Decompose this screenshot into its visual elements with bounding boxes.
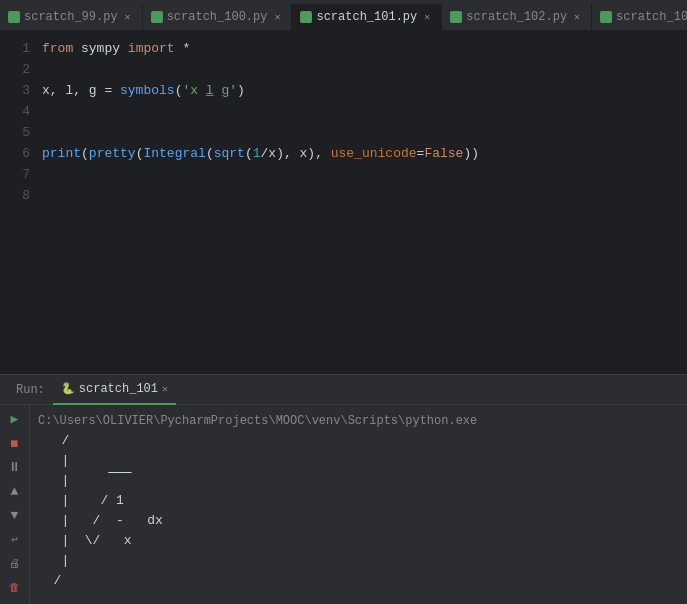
code-line-4 xyxy=(42,101,687,122)
tab-label: scratch_102.py xyxy=(466,10,567,24)
tab-scratch101[interactable]: scratch_101.py ✕ xyxy=(292,4,442,30)
code-line-1: from sympy import * xyxy=(42,38,687,59)
output-line-8: / xyxy=(38,571,679,591)
output-path: C:\Users\OLIVIER\PycharmProjects\MOOC\ve… xyxy=(38,411,679,431)
line-number: 4 xyxy=(0,101,30,122)
python-icon: 🐍 xyxy=(61,382,75,395)
code-line-3: x, l, g = symbols('x l g') xyxy=(42,80,687,101)
tab-label: scratch_101.py xyxy=(316,10,417,24)
pause-button[interactable]: ⏸ xyxy=(5,457,25,477)
tab-close[interactable]: ✕ xyxy=(122,11,134,23)
line-number: 8 xyxy=(0,185,30,206)
line-number: 3 xyxy=(0,80,30,101)
panel-tab-scratch101[interactable]: 🐍 scratch_101 ✕ xyxy=(53,375,176,405)
tab-scratch102[interactable]: scratch_102.py ✕ xyxy=(442,4,592,30)
panel-tab-label: scratch_101 xyxy=(79,382,158,396)
run-button[interactable]: ▶ xyxy=(5,409,25,429)
panel-body: ▶ ◼ ⏸ ▲ ▼ ↩ 🖨 🗑 C:\Users\OLIVIER\Pycharm… xyxy=(0,405,687,604)
panel-gutter: ▶ ◼ ⏸ ▲ ▼ ↩ 🖨 🗑 xyxy=(0,405,30,604)
clear-button[interactable]: 🗑 xyxy=(5,577,25,597)
line-number: 5 xyxy=(0,122,30,143)
line-numbers: 1 2 3 4 5 6 7 8 xyxy=(0,30,38,374)
code-content[interactable]: from sympy import * x, l, g = symbols('x… xyxy=(38,30,687,374)
output-line-6: | \/ x xyxy=(38,531,679,551)
panel-tab-close[interactable]: ✕ xyxy=(162,383,168,395)
line-number: 1 xyxy=(0,38,30,59)
scroll-down-button[interactable]: ▼ xyxy=(5,505,25,525)
line-number: 6 xyxy=(0,143,30,164)
code-line-6: print(pretty(Integral(sqrt(1/x), x), use… xyxy=(42,143,687,164)
tab-label: scratch_103.py xyxy=(616,10,687,24)
output-line-4: | / 1 xyxy=(38,491,679,511)
file-icon xyxy=(600,11,612,23)
file-icon xyxy=(151,11,163,23)
panel-output: C:\Users\OLIVIER\PycharmProjects\MOOC\ve… xyxy=(30,405,687,604)
code-line-7 xyxy=(42,164,687,185)
tab-bar: scratch_99.py ✕ scratch_100.py ✕ scratch… xyxy=(0,0,687,30)
code-line-8 xyxy=(42,185,687,206)
run-label: Run: xyxy=(8,383,53,397)
editor-area: 1 2 3 4 5 6 7 8 from sympy import * x, l… xyxy=(0,30,687,374)
output-line-3: | xyxy=(38,471,679,491)
output-line-1: / xyxy=(38,431,679,451)
output-line-2: | xyxy=(38,451,679,471)
stop-button[interactable]: ◼ xyxy=(5,433,25,453)
wrap-button[interactable]: ↩ xyxy=(5,529,25,549)
print-button[interactable]: 🖨 xyxy=(5,553,25,573)
scroll-up-button[interactable]: ▲ xyxy=(5,481,25,501)
file-icon xyxy=(8,11,20,23)
output-line-7: | xyxy=(38,551,679,571)
code-line-5 xyxy=(42,122,687,143)
code-line-2 xyxy=(42,59,687,80)
output-line-5: | / - dx xyxy=(38,511,679,531)
tab-scratch99[interactable]: scratch_99.py ✕ xyxy=(0,4,143,30)
file-icon xyxy=(300,11,312,23)
tab-label: scratch_100.py xyxy=(167,10,268,24)
file-icon xyxy=(450,11,462,23)
bottom-panel: Run: 🐍 scratch_101 ✕ ▶ ◼ ⏸ ▲ ▼ ↩ 🖨 🗑 C:\… xyxy=(0,374,687,604)
tab-close[interactable]: ✕ xyxy=(421,11,433,23)
tab-close[interactable]: ✕ xyxy=(571,11,583,23)
line-number: 2 xyxy=(0,59,30,80)
tab-scratch103[interactable]: scratch_103.py ✕ xyxy=(592,4,687,30)
tab-close[interactable]: ✕ xyxy=(271,11,283,23)
tab-label: scratch_99.py xyxy=(24,10,118,24)
panel-tab-bar: Run: 🐍 scratch_101 ✕ xyxy=(0,375,687,405)
line-number: 7 xyxy=(0,164,30,185)
tab-scratch100[interactable]: scratch_100.py ✕ xyxy=(143,4,293,30)
